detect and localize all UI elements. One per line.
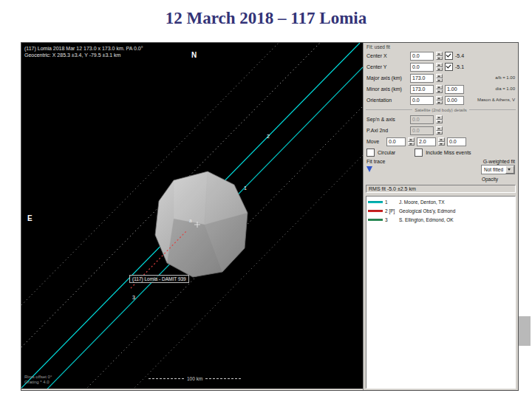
- center-y-residual: -5.1: [455, 64, 468, 69]
- move-x-input[interactable]: 0.0: [386, 137, 406, 146]
- legend-num: 3: [385, 217, 397, 222]
- orientation-label: Orientation: [366, 98, 408, 103]
- major-axis-row: Major axis (km) 173.0 a/b = 1.00: [366, 73, 516, 83]
- weighted-fit-block: G-weighted fit Not fitted: [481, 159, 515, 174]
- east-direction-label: E: [27, 214, 33, 222]
- scale-bar-dash: [205, 378, 241, 379]
- orientation-spinner[interactable]: [436, 96, 443, 104]
- plot-header-line2: Geocentric: X 285.3 ±3.4, Y -79.5 ±3.1 k…: [24, 52, 143, 58]
- chord-color-swatch: [368, 201, 383, 203]
- minor-axis-row: Minor axis (km) 173.0 1.00 dia = 1.00: [366, 84, 516, 94]
- plot-header-line1: (117) Lomia 2018 Mar 12 173.0 x 173.0 km…: [24, 45, 143, 52]
- chord-color-swatch: [368, 210, 383, 212]
- asteroid-model-label: (117) Lomia - DAMIT 939: [129, 275, 189, 283]
- orientation-extra-input[interactable]: 0.00: [445, 96, 464, 105]
- legend-observer-name: S. Ellington, Edmond, OK: [399, 217, 454, 222]
- occultation-plot[interactable]: a 2 1 3 (117) Lomia 2018 Mar 12 173.0 x …: [21, 43, 363, 389]
- center-y-input[interactable]: 0.0: [410, 63, 434, 72]
- reference-note: Mason & Athens, V: [477, 98, 515, 103]
- chevron-down-icon[interactable]: [505, 166, 514, 174]
- position-angle-label: P.Axl 2nd: [366, 128, 408, 133]
- satellite-group-title: Satellite (2nd body) details: [366, 106, 516, 113]
- legend-entry-2[interactable]: 2 [P] Geological Obs'y, Edmond: [368, 208, 514, 214]
- minor-axis-input[interactable]: 173.0: [410, 85, 434, 94]
- legend-observer-name: Geological Obs'y, Edmond: [399, 208, 455, 214]
- observer-legend: 1 J. Moore, Denton, TX 2 [P] Geological …: [366, 196, 516, 389]
- include-miss-label: Include Miss events: [426, 150, 471, 155]
- rms-status-text: RMS fit -5.0 ±2.5 km: [366, 185, 516, 193]
- move-y-spinner[interactable]: [438, 137, 445, 146]
- scale-bar-dash: [149, 378, 184, 379]
- fit-actions-row: Fit trace G-weighted fit Not fitted: [366, 159, 516, 175]
- dotted-chord-line-upper2: [21, 43, 279, 305]
- weighted-fit-value: Not fitted: [484, 167, 503, 172]
- chord-color-swatch: [368, 219, 383, 221]
- position-angle-input[interactable]: 0.0: [410, 126, 434, 135]
- chord-plot-canvas[interactable]: a 2 1 3: [21, 43, 363, 389]
- grating-note: Grating * 4.0: [24, 380, 52, 385]
- chord-number-1: 1: [244, 185, 247, 191]
- center-x-row: Center X 0.0 -5.4: [366, 51, 516, 61]
- move-row: Move 0.0 2.0 0.0: [366, 137, 516, 146]
- weighted-fit-label: G-weighted fit: [483, 159, 515, 164]
- options-row: Circular Include Miss events: [366, 148, 516, 157]
- center-x-spinner[interactable]: [436, 52, 443, 60]
- legend-num: 1: [385, 200, 397, 205]
- center-x-residual: -5.4: [455, 53, 468, 58]
- diameter-note: dia = 1.00: [495, 86, 515, 92]
- center-y-label: Center Y: [366, 64, 408, 69]
- chord-number-3: 3: [132, 295, 135, 300]
- occultation-app-window: a 2 1 3 (117) Lomia 2018 Mar 12 173.0 x …: [21, 42, 519, 391]
- circular-label: Circular: [378, 150, 395, 155]
- fit-trace-arrow-icon[interactable]: [366, 166, 372, 172]
- opacity-label: Opacity: [366, 177, 516, 183]
- move-label: Move: [366, 139, 384, 144]
- center-marker-label: a: [189, 218, 192, 223]
- center-y-spinner[interactable]: [436, 63, 443, 71]
- separation-spinner[interactable]: [436, 115, 443, 123]
- asteroid-facet: [174, 171, 208, 225]
- orientation-input[interactable]: 0.0: [410, 96, 434, 105]
- major-axis-spinner[interactable]: [436, 74, 443, 82]
- chord-number-2: 2: [267, 134, 270, 139]
- rims-offset-note: Rims offset 0°: [24, 375, 52, 380]
- scale-bar-label: 100 km: [187, 376, 202, 381]
- circular-checkbox[interactable]: [366, 149, 375, 157]
- move-x-spinner[interactable]: [408, 137, 415, 146]
- separation-row: Sep'n & axis 0.0: [366, 115, 516, 124]
- fit-trace-label: Fit trace: [366, 159, 385, 164]
- plot-corner-note: Rims offset 0° Grating * 4.0: [24, 375, 52, 385]
- move-rot-input[interactable]: 0.0: [447, 137, 466, 146]
- scale-bar: 100 km: [149, 376, 241, 381]
- center-x-checkbox[interactable]: [445, 52, 453, 60]
- fit-control-panel: Fit: used fit Center X 0.0 -5.4 Center Y…: [363, 43, 518, 390]
- separation-label: Sep'n & axis: [366, 117, 408, 122]
- slide-title: 12 March 2018 – 117 Lomia: [0, 9, 532, 28]
- legend-entry-1[interactable]: 1 J. Moore, Denton, TX: [368, 199, 514, 205]
- center-x-input[interactable]: 0.0: [410, 52, 434, 61]
- major-axis-label: Major axis (km): [366, 75, 408, 81]
- plot-header: (117) Lomia 2018 Mar 12 173.0 x 173.0 km…: [24, 45, 143, 58]
- north-direction-label: N: [191, 51, 197, 59]
- legend-observer-name: J. Moore, Denton, TX: [399, 200, 445, 205]
- center-x-label: Center X: [366, 53, 408, 58]
- panel-header: Fit: used fit: [366, 44, 516, 50]
- center-y-checkbox[interactable]: [445, 63, 453, 71]
- minor-axis-spinner[interactable]: [436, 85, 443, 93]
- include-miss-checkbox[interactable]: [415, 149, 423, 157]
- weighted-fit-dropdown[interactable]: Not fitted: [481, 165, 515, 174]
- slide-edge-decoration: [519, 316, 531, 346]
- position-angle-row: P.Axl 2nd 0.0: [366, 126, 516, 135]
- separation-input[interactable]: 0.0: [410, 115, 434, 124]
- position-angle-spinner[interactable]: [436, 126, 443, 134]
- orientation-row: Orientation 0.0 0.00 Mason & Athens, V: [366, 95, 516, 105]
- minor-axis-label: Minor axis (km): [366, 86, 408, 92]
- major-axis-input[interactable]: 173.0: [410, 74, 434, 83]
- minor-axis-extra-input[interactable]: 1.00: [445, 85, 464, 94]
- legend-entry-3[interactable]: 3 S. Ellington, Edmond, OK: [368, 216, 514, 223]
- fit-trace-block: Fit trace: [366, 159, 385, 172]
- center-y-row: Center Y 0.0 -5.1: [366, 62, 516, 72]
- move-y-input[interactable]: 2.0: [417, 137, 436, 146]
- axis-ratio-note: a/b = 1.00: [495, 75, 515, 81]
- legend-num: 2 [P]: [385, 208, 397, 214]
